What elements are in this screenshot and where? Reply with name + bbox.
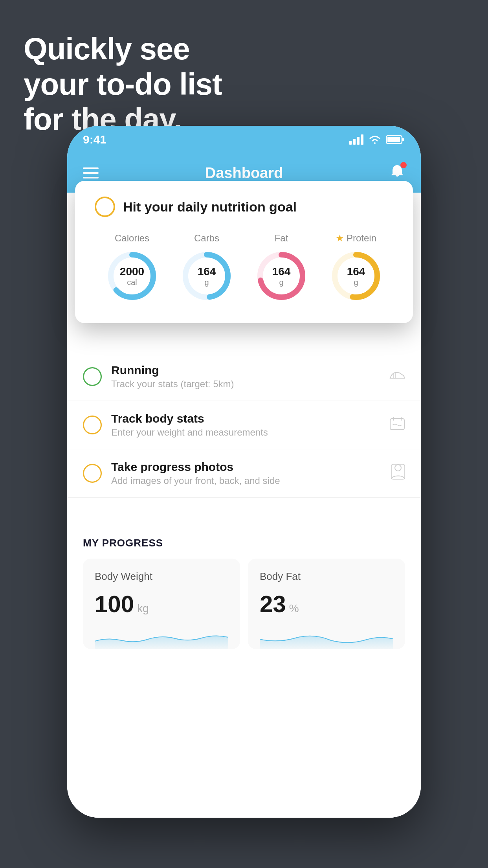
nutrition-fat: Fat 164 g	[254, 233, 309, 303]
carbs-value: 164	[198, 266, 216, 278]
protein-value: 164	[347, 266, 365, 278]
protein-star-icon: ★	[336, 233, 344, 244]
body-fat-value-row: 23 %	[260, 590, 393, 618]
todo-circle-running	[83, 367, 102, 386]
body-weight-title: Body Weight	[95, 570, 228, 583]
svg-rect-2	[357, 137, 360, 145]
svg-rect-6	[387, 137, 400, 142]
nutrition-circles: Calories 2000 cal Carbs	[95, 229, 393, 303]
battery-icon	[386, 135, 405, 144]
protein-label-row: ★ Protein	[336, 233, 376, 244]
fat-value: 164	[272, 266, 291, 278]
menu-button[interactable]	[83, 167, 99, 178]
carbs-unit: g	[204, 278, 209, 286]
carbs-label: Carbs	[194, 233, 219, 244]
progress-card-fat[interactable]: Body Fat 23 %	[248, 559, 405, 649]
body-fat-wave	[260, 625, 393, 649]
calories-label: Calories	[115, 233, 149, 244]
nutrition-protein: ★ Protein 164 g	[328, 233, 383, 303]
todo-subtitle-photos: Add images of your front, back, and side	[111, 475, 382, 486]
status-icons	[349, 134, 405, 145]
svg-point-8	[395, 465, 401, 471]
todo-subtitle-stats: Enter your weight and measurements	[111, 427, 380, 438]
protein-unit: g	[354, 278, 358, 286]
todo-text-running: Running Track your stats (target: 5km)	[111, 364, 380, 390]
header-title: Dashboard	[205, 165, 283, 182]
nutrition-calories: Calories 2000 cal	[105, 233, 160, 303]
todo-text-photos: Take progress photos Add images of your …	[111, 460, 382, 486]
headline: Quickly see your to-do list for the day.	[24, 31, 222, 137]
calories-unit: cal	[127, 278, 137, 286]
headline-line1: Quickly see	[24, 31, 222, 67]
protein-donut: 164 g	[328, 248, 383, 303]
svg-rect-3	[361, 134, 363, 145]
progress-section: MY PROGRESS Body Weight 100 kg	[67, 521, 421, 649]
card-title: Hit your daily nutrition goal	[123, 199, 297, 215]
notification-button[interactable]	[389, 164, 405, 183]
body-fat-unit: %	[289, 602, 299, 615]
status-bar: 9:41	[67, 126, 421, 153]
body-weight-wave	[95, 625, 228, 649]
svg-rect-1	[353, 139, 356, 145]
calories-value: 2000	[120, 266, 144, 278]
body-fat-number: 23	[260, 590, 286, 618]
todo-title-photos: Take progress photos	[111, 460, 382, 474]
shoe-icon	[389, 368, 405, 385]
body-weight-unit: kg	[137, 602, 149, 615]
scale-icon	[389, 416, 405, 434]
progress-label: MY PROGRESS	[83, 537, 405, 549]
person-icon	[391, 464, 405, 483]
svg-rect-5	[402, 138, 404, 141]
todo-item-photos[interactable]: Take progress photos Add images of your …	[67, 449, 421, 498]
todo-title-stats: Track body stats	[111, 412, 380, 425]
card-check-circle	[95, 197, 115, 217]
todo-circle-photos	[83, 464, 102, 483]
fat-label: Fat	[275, 233, 288, 244]
todo-title-running: Running	[111, 364, 380, 377]
progress-card-weight[interactable]: Body Weight 100 kg	[83, 559, 240, 649]
todo-item-running[interactable]: Running Track your stats (target: 5km)	[67, 353, 421, 401]
card-header-row: Hit your daily nutrition goal	[95, 197, 393, 217]
todo-list: Running Track your stats (target: 5km) T…	[67, 353, 421, 498]
todo-text-stats: Track body stats Enter your weight and m…	[111, 412, 380, 438]
protein-label: Protein	[347, 233, 376, 244]
nutrition-carbs: Carbs 164 g	[179, 233, 234, 303]
todo-circle-stats	[83, 416, 102, 434]
body-fat-title: Body Fat	[260, 570, 393, 583]
todo-subtitle-running: Track your stats (target: 5km)	[111, 379, 380, 390]
signal-icon	[349, 134, 363, 145]
nutrition-card: Hit your daily nutrition goal Calories 2…	[75, 181, 413, 323]
svg-rect-7	[390, 419, 404, 430]
body-weight-value-row: 100 kg	[95, 590, 228, 618]
fat-donut: 164 g	[254, 248, 309, 303]
notification-dot	[400, 162, 407, 168]
fat-unit: g	[279, 278, 283, 286]
time: 9:41	[83, 133, 106, 146]
body-weight-number: 100	[95, 590, 134, 618]
calories-donut: 2000 cal	[105, 248, 160, 303]
carbs-donut: 164 g	[179, 248, 234, 303]
progress-cards: Body Weight 100 kg	[83, 559, 405, 649]
wifi-icon	[368, 134, 382, 145]
todo-item-body-stats[interactable]: Track body stats Enter your weight and m…	[67, 401, 421, 449]
svg-rect-0	[349, 141, 352, 145]
headline-line2: your to-do list	[24, 67, 222, 102]
